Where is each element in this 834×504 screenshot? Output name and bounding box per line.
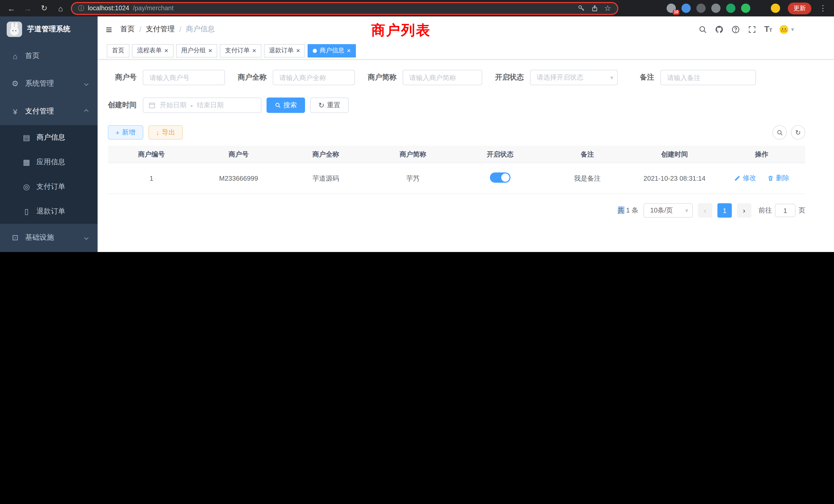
- font-size-icon[interactable]: TT: [764, 25, 772, 34]
- browser-reload-icon[interactable]: ↻: [38, 4, 50, 13]
- green-note-extension-icon[interactable]: [741, 4, 750, 13]
- tag-payment-orders[interactable]: 支付订单 ×: [220, 44, 261, 57]
- help-icon[interactable]: [731, 25, 740, 33]
- date-end-placeholder: 结束日期: [197, 100, 224, 110]
- password-key-icon[interactable]: [577, 5, 585, 12]
- sidebar-item-label: 基础设施: [25, 233, 85, 242]
- breadcrumb-home[interactable]: 首页: [120, 25, 135, 34]
- toggle-search-button[interactable]: [772, 125, 787, 140]
- refresh-table-button[interactable]: ↻: [791, 125, 805, 140]
- goto-label: 前往: [759, 206, 772, 215]
- blue-extension-icon[interactable]: [681, 4, 691, 13]
- next-page-button[interactable]: ›: [737, 203, 751, 217]
- hamburger-icon[interactable]: ≡: [106, 24, 112, 35]
- remark-input[interactable]: [660, 70, 756, 85]
- col-header-create-time: 创建时间: [631, 150, 718, 159]
- sidebar-item-refund-orders[interactable]: ▯ 退款订单: [0, 199, 97, 224]
- page-info-icon[interactable]: ⓘ: [78, 4, 84, 13]
- close-icon[interactable]: ×: [347, 47, 351, 54]
- merchant-no-label: 商户号: [108, 73, 137, 82]
- browser-menu-icon[interactable]: ⋮: [817, 4, 829, 13]
- close-icon[interactable]: ×: [208, 47, 212, 54]
- address-bar[interactable]: ⓘ localhost:1024 /pay/merchant ☆: [71, 2, 618, 15]
- export-button[interactable]: ↓ 导出: [148, 125, 183, 140]
- active-dot-icon: [313, 48, 317, 53]
- black-paw-extension-icon[interactable]: [756, 4, 765, 13]
- search-button[interactable]: 搜索: [266, 97, 305, 113]
- extension-with-badge-icon[interactable]: 10: [666, 4, 676, 13]
- fullscreen-icon[interactable]: [748, 25, 756, 33]
- add-button-label: 新增: [122, 128, 135, 137]
- col-header-remark: 备注: [544, 150, 631, 159]
- remark-label: 备注: [640, 73, 654, 82]
- status-toggle[interactable]: [490, 173, 510, 183]
- sidebar-item-payment[interactable]: ¥ 支付管理: [0, 97, 97, 125]
- browser-forward-icon[interactable]: →: [22, 4, 34, 13]
- goto-page-suffix: 页: [798, 206, 805, 215]
- page-content: 商户号 商户全称 商户简称 开启状态 请选择开启状态: [97, 60, 834, 252]
- sidebar-item-infrastructure[interactable]: ⊡ 基础设施: [0, 224, 97, 251]
- cell-full-name: 芋道源码: [282, 174, 370, 183]
- tag-process-form[interactable]: 流程表单 ×: [132, 44, 173, 57]
- yellow-smiley-extension-icon[interactable]: [771, 4, 780, 13]
- browser-update-button[interactable]: 更新: [788, 2, 811, 14]
- search-icon[interactable]: [698, 25, 707, 33]
- close-icon[interactable]: ×: [296, 47, 300, 54]
- status-select-placeholder: 请选择开启状态: [537, 73, 584, 82]
- browser-back-icon[interactable]: ←: [5, 4, 18, 13]
- green-check-extension-icon[interactable]: [726, 4, 736, 13]
- status-select[interactable]: 请选择开启状态 ▾: [530, 70, 618, 85]
- close-icon[interactable]: ×: [164, 47, 168, 54]
- edit-link[interactable]: 修改: [734, 174, 756, 183]
- browser-home-icon[interactable]: ⌂: [54, 4, 67, 13]
- full-name-input[interactable]: [273, 70, 355, 85]
- github-icon[interactable]: [715, 25, 724, 33]
- cell-create-time: 2021-10-23 08:31:14: [631, 175, 718, 182]
- user-avatar-menu[interactable]: ▾: [780, 25, 794, 33]
- dark-grey-extension-icon[interactable]: [696, 4, 706, 13]
- sidebar-item-system[interactable]: ⚙ 系统管理: [0, 70, 97, 97]
- dashboard-icon: ⌂: [11, 51, 20, 60]
- prev-page-button[interactable]: ‹: [698, 203, 712, 217]
- reset-button[interactable]: ↻ 重置: [310, 97, 348, 113]
- annotation-merchant-list: 商户列表: [371, 21, 431, 40]
- bookmark-star-icon[interactable]: ☆: [604, 4, 611, 13]
- tag-label: 流程表单: [137, 46, 162, 55]
- target-icon: ◎: [22, 182, 31, 191]
- sidebar-item-merchant-info[interactable]: ▤ 商户信息: [0, 125, 97, 150]
- gear-icon: ⚙: [11, 79, 20, 88]
- sidebar-item-payment-orders[interactable]: ◎ 支付订单: [0, 175, 97, 199]
- create-time-range-picker[interactable]: 开始日期 - 结束日期: [143, 97, 261, 113]
- page-size-select[interactable]: 10条/页 ▾: [643, 203, 693, 217]
- tag-home[interactable]: 首页: [107, 44, 129, 57]
- sidebar-item-app-info[interactable]: ▦ 应用信息: [0, 150, 97, 175]
- sidebar-item-label: 支付管理: [25, 107, 85, 116]
- merchant-no-input[interactable]: [143, 70, 225, 85]
- add-button[interactable]: + 新增: [108, 125, 143, 140]
- cell-actions: 修改 删除: [718, 174, 806, 183]
- sidebar-item-dev-tools[interactable]: ⊞ 研发工具: [0, 251, 97, 252]
- pagination: 共 1 条 10条/页 ▾ ‹ 1 › 前往 页: [108, 203, 805, 217]
- tag-user-group[interactable]: 用户分组 ×: [176, 44, 217, 57]
- current-page-button[interactable]: 1: [718, 203, 732, 217]
- monitor-icon: ⊡: [11, 233, 20, 242]
- tag-refund-orders[interactable]: 退款订单 ×: [264, 44, 305, 57]
- chevron-down-icon: ▾: [685, 207, 688, 214]
- tag-label: 首页: [112, 46, 124, 55]
- edit-link-label: 修改: [743, 174, 756, 183]
- tag-label: 用户分组: [181, 46, 206, 55]
- trash-icon: [767, 175, 774, 182]
- goto-page-input[interactable]: [775, 204, 795, 217]
- plus-icon: +: [115, 129, 119, 136]
- delete-link[interactable]: 删除: [767, 174, 789, 183]
- app-root: ← → ↻ ⌂ ⓘ localhost:1024 /pay/merchant ☆…: [0, 0, 834, 252]
- app-logo[interactable]: 芋道管理系统: [0, 17, 97, 42]
- short-name-input[interactable]: [403, 70, 482, 85]
- share-icon[interactable]: [591, 5, 598, 12]
- grey-extension-icon[interactable]: [711, 4, 721, 13]
- page-size-value: 10条/页: [650, 206, 673, 215]
- tag-merchant-info[interactable]: 商户信息 ×: [308, 44, 356, 57]
- close-icon[interactable]: ×: [252, 47, 256, 54]
- sidebar-item-home[interactable]: ⌂ 首页: [0, 42, 97, 70]
- breadcrumb-payment[interactable]: 支付管理: [146, 25, 175, 34]
